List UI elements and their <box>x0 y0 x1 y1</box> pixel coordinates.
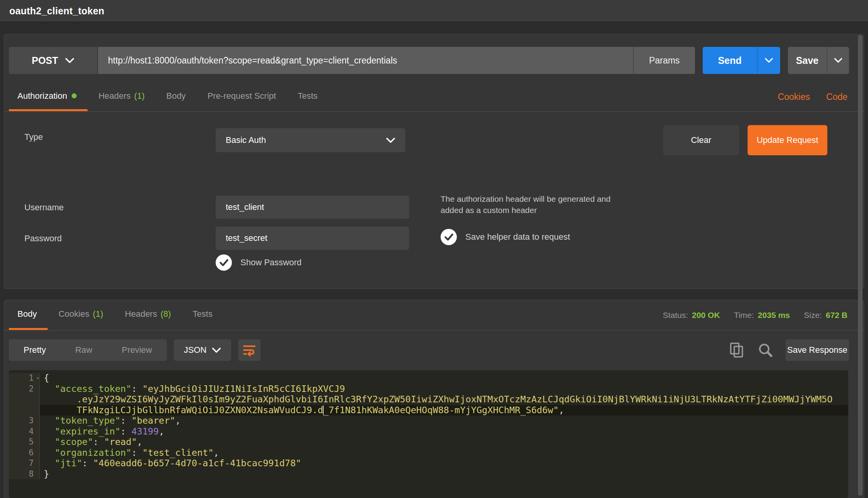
token-plain <box>44 383 55 394</box>
response-tab-tests[interactable]: Tests <box>182 300 223 330</box>
save-response-button[interactable]: Save Response <box>786 339 849 361</box>
search-response-button[interactable] <box>757 342 774 359</box>
show-password-checkbox[interactable]: Show Password <box>216 254 302 271</box>
tab-label: Tests <box>298 91 317 101</box>
clear-button[interactable]: Clear <box>663 125 739 155</box>
tab-authorization[interactable]: Authorization <box>9 82 87 111</box>
code-line: 7 "jti": "460eadd6-b657-4d70-a1cf-41bcac… <box>9 458 848 469</box>
token-plain: : <box>82 458 93 469</box>
view-mode-raw[interactable]: Raw <box>60 339 107 361</box>
fold-caret-icon[interactable]: ▾ <box>36 373 39 384</box>
tab-tests[interactable]: Tests <box>287 82 328 111</box>
tab-body[interactable]: Body <box>155 82 196 111</box>
wrap-text-icon <box>242 344 256 356</box>
token-key: "token_type" <box>55 415 120 426</box>
code-line: 4 "expires_in": 43199, <box>9 426 848 437</box>
view-mode-pretty[interactable]: Pretty <box>9 339 60 361</box>
token-str: "bearer" <box>131 415 175 426</box>
response-tab-body[interactable]: Body <box>9 300 48 330</box>
line-number: 7 <box>9 458 40 469</box>
token-plain: } <box>44 469 49 479</box>
tab-count: (1) <box>134 91 145 101</box>
code-link[interactable]: Code <box>826 92 847 102</box>
format-value: JSON <box>184 345 207 355</box>
send-options-caret[interactable] <box>757 47 780 74</box>
send-button[interactable]: Send <box>703 47 757 74</box>
status-label: Status: <box>663 311 688 320</box>
token-key: "scope" <box>55 436 93 447</box>
code-line: 6 "organization": "test_client", <box>9 448 848 459</box>
save-response-label: Save Response <box>787 345 847 355</box>
code-text: } <box>40 469 848 480</box>
auth-type-row: Type Basic Auth Clear Update Request <box>4 112 864 171</box>
token-plain: , <box>175 415 181 426</box>
copy-response-button[interactable] <box>728 342 745 359</box>
password-input[interactable]: test_secret <box>216 227 409 250</box>
status-time: Time:2035 ms <box>734 311 790 320</box>
response-tab-cookies[interactable]: Cookies(1) <box>48 300 114 330</box>
tab-pre-request-script[interactable]: Pre-request Script <box>197 82 287 111</box>
code-text: "expires_in": 43199, <box>40 426 848 437</box>
code-line: 5 "scope": "read", <box>9 437 848 448</box>
update-request-label: Update Request <box>757 135 818 145</box>
save-split-button: Save <box>788 47 849 74</box>
request-tabs-links: CookiesCode <box>778 82 859 111</box>
token-plain <box>44 436 55 447</box>
save-options-caret[interactable] <box>827 47 849 74</box>
response-body-editor[interactable]: 1▾{2 "access_token": "eyJhbGciOiJIUzI1Ni… <box>9 370 848 498</box>
params-button[interactable]: Params <box>633 47 695 74</box>
username-label: Username <box>24 203 63 213</box>
response-tabs: BodyCookies(1)Headers(8)Tests <box>9 300 223 330</box>
response-toolbar: PrettyRawPreview JSON <box>9 339 859 361</box>
token-plain: : <box>120 415 131 426</box>
line-number: 2 <box>9 384 40 395</box>
wrap-text-button[interactable] <box>238 339 261 361</box>
token-str: "test_client" <box>142 447 214 458</box>
password-value: test_secret <box>226 233 268 243</box>
auth-helper-note: The authorization header will be generat… <box>441 193 626 216</box>
token-key: "expires_in" <box>55 426 120 437</box>
response-tab-headers[interactable]: Headers(8) <box>114 300 182 330</box>
code-text: "organization": "test_client", <box>40 448 848 459</box>
save-helper-label: Save helper data to request <box>465 232 570 242</box>
token-plain <box>44 415 55 426</box>
auth-type-dropdown[interactable]: Basic Auth <box>216 128 405 152</box>
username-input[interactable]: test_client <box>216 196 409 219</box>
tab-label: Authorization <box>17 91 67 101</box>
url-input[interactable]: http://host1:8000/oauth/token?scope=read… <box>98 47 633 74</box>
line-number: 4 <box>9 426 40 437</box>
clear-label: Clear <box>691 135 712 145</box>
update-request-button[interactable]: Update Request <box>748 125 827 155</box>
token-plain: : <box>120 426 131 437</box>
send-split-button: Send <box>703 47 780 74</box>
save-helper-checkbox[interactable]: Save helper data to request <box>441 229 570 245</box>
token-str: .eyJzY29wZSI6WyJyZWFkIl0sIm9yZ2FuaXphdGl… <box>77 394 832 405</box>
request-name: oauth2_client_token <box>9 5 105 17</box>
token-plain: { <box>44 373 49 383</box>
view-mode-preview[interactable]: Preview <box>107 339 166 361</box>
method-dropdown[interactable]: POST <box>9 47 98 74</box>
tab-label: Body <box>17 309 37 319</box>
request-title-bar: oauth2_client_token <box>0 0 868 22</box>
vertical-scrollbar[interactable] <box>858 35 863 496</box>
chevron-down-icon <box>834 58 842 63</box>
send-label: Send <box>718 55 741 66</box>
token-plain: , <box>159 426 164 437</box>
tab-headers[interactable]: Headers(1) <box>87 82 155 111</box>
status-value: 672 B <box>826 311 847 320</box>
save-button[interactable]: Save <box>788 47 827 74</box>
token-key: "access_token" <box>55 383 131 394</box>
url-text: http://host1:8000/oauth/token?scope=read… <box>108 55 397 66</box>
view-mode-segmented-control: PrettyRawPreview <box>9 339 167 361</box>
request-tabs-row: AuthorizationHeaders(1)BodyPre-request S… <box>4 82 864 112</box>
save-label: Save <box>796 55 818 66</box>
password-label: Password <box>24 234 62 244</box>
cookies-link[interactable]: Cookies <box>778 92 810 102</box>
chevron-down-icon <box>65 58 74 64</box>
request-builder-panel: POST http://host1:8000/oauth/token?scope… <box>4 34 864 289</box>
params-label: Params <box>649 55 679 66</box>
code-text: .eyJzY29wZSI6WyJyZWFkIl0sIm9yZ2FuaXphdGl… <box>40 394 848 405</box>
token-str: TFkNzgiLCJjbGllbnRfaWQiOiJ0ZXN0X2NsaWVud… <box>77 405 323 416</box>
format-dropdown[interactable]: JSON <box>174 339 231 361</box>
status-value: 200 OK <box>692 311 720 320</box>
